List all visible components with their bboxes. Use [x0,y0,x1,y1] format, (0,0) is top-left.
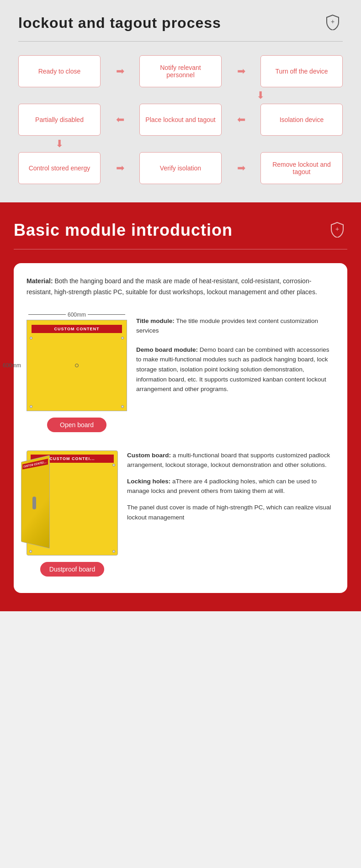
board1-side-dim: 600mm [3,362,21,369]
material-text-content: Both the hanging board and the mask are … [27,277,317,296]
section-divider [18,41,343,42]
dustproof-board-wrap: CUSTOM CONTEI... CUSTOM CONTEI... Dustpr… [27,450,118,577]
corner-dot-br [121,405,124,408]
spacer-2 [101,87,119,104]
spacer-5 [101,136,119,152]
arrow-right-3: ➡ [111,162,129,174]
flow-cell-ready-to-close: Ready to close [18,55,101,87]
dim-line-left [28,314,66,315]
arrow-left-2: ⬅ [232,114,250,126]
spacer-3 [119,87,201,104]
title-module-desc: Title module: The title module provides … [136,316,334,336]
spacer-row-1: ⬇ [18,87,343,104]
dustproof-dot-bl [29,550,32,553]
dustproof-handle [32,497,36,509]
dustproof-outer: CUSTOM CONTEI... CUSTOM CONTEI... [27,450,118,556]
center-dot [75,364,79,367]
arrow-right-2: ➡ [232,65,250,77]
flow-box-control: Control stored energy [18,152,101,184]
title-module-label: Title module: [136,318,175,324]
flow-box-isolation: Isolation device [260,104,343,136]
spacer-6 [119,136,201,152]
flow-cell-partially: Partially disabled [18,104,101,136]
open-board-button[interactable]: Open board [47,418,106,432]
corner-dot-tr [121,337,124,339]
flow-box-turn-off: Turn off the device [260,55,343,87]
svg-text:+: + [335,225,339,233]
flow-row-5: Control stored energy ➡ Verify isolation… [18,152,343,184]
board1-outer: CUSTOM CONTENT [27,320,127,411]
demo-board-desc: Demo board module: Demo board can be com… [136,345,334,394]
flow-cell-control: Control stored energy [18,152,101,184]
section2-divider [14,249,347,249]
flow-cell-verify: Verify isolation [139,152,222,184]
dustproof-board-button[interactable]: Dustproof board [40,562,104,577]
flow-cell-turn-off: Turn off the device [260,55,343,87]
arrow-right-1: ➡ [111,65,129,77]
dustproof-dot-br [112,550,115,553]
flow-cell-remove: Remove lockout and tagout [260,152,343,184]
demo-board-label: Demo board module: [136,346,198,353]
flow-cell-isolation: Isolation device [260,104,343,136]
locking-holes-desc: Locking holes: aThere are 4 padlocking h… [127,476,334,496]
board1-info: Title module: The title module provides … [136,312,334,403]
dustproof-info: Custom board: a multi-functional board t… [127,450,334,529]
section-basic-module: Basic module introduction + Material: Bo… [0,202,361,611]
svg-text:+: + [331,18,334,25]
shield-icon: + [324,14,343,32]
flow-box-place-lockout: Place lockout and tagout [139,104,222,136]
arrow-right-4: ➡ [232,162,250,174]
title-row: lockout and tagout process + [18,14,343,32]
module-card: Material: Both the hanging board and the… [14,263,347,593]
flow-box-partially: Partially disabled [18,104,101,136]
section2-title: Basic module introduction [14,221,233,240]
corner-dot-tl [30,337,32,339]
locking-holes-label: Locking holes: [127,478,170,485]
material-description: Material: Both the hanging board and the… [27,276,334,298]
spacer-1 [18,87,101,104]
flow-box-ready-to-close: Ready to close [18,55,101,87]
dustproof-section: CUSTOM CONTEI... CUSTOM CONTEI... Dustpr… [27,450,334,577]
arrow-down-col5: ⬇ [256,90,265,101]
flow-row-1: Ready to close ➡ Notify relevant personn… [18,55,343,87]
spacer-8 [219,136,302,152]
board1-diagram-row: 600mm 600mm CUSTOM CONTENT [27,312,334,432]
spacer-4 [201,87,219,104]
panel-text: The panel dust cover is made of high-str… [127,503,334,522]
flow-cell-notify: Notify relevant personnel [139,55,222,87]
dustproof-dot-tr [112,464,115,466]
board1-red-header: CUSTOM CONTENT [32,325,122,333]
board1-dimension-top: 600mm [27,312,127,318]
open-board-section: 600mm 600mm CUSTOM CONTENT [27,312,334,432]
flow-row-3: Partially disabled ⬅ Place lockout and t… [18,104,343,136]
arrow-down-col1: ⬇ [18,136,101,152]
material-label: Material: [27,277,53,285]
flow-box-remove: Remove lockout and tagout [260,152,343,184]
board1-outer-wrap: 600mm CUSTOM CONTENT [27,320,127,411]
arrow-down-col1-icon: ⬇ [55,139,64,149]
spacer-7 [201,136,219,152]
flow-diagram: Ready to close ➡ Notify relevant personn… [18,55,343,184]
dustproof-red-header-door: CUSTOM CONTEI... [22,459,48,470]
section2-title-row: Basic module introduction + [14,221,347,240]
section-lockout: lockout and tagout process + Ready to cl… [0,0,361,202]
arrow-left-1: ⬅ [111,114,129,126]
flow-cell-place-lockout: Place lockout and tagout [139,104,222,136]
custom-board-label: Custom board: [127,452,171,459]
shield-icon-2: + [329,221,347,239]
flow-box-notify: Notify relevant personnel [139,55,222,87]
arrow-down-right: ⬇ [219,87,302,104]
page-title: lockout and tagout process [18,15,221,32]
dim-line-right [88,314,125,315]
custom-board-desc: Custom board: a multi-functional board t… [127,450,334,470]
flow-box-verify: Verify isolation [139,152,222,184]
corner-dot-bl [30,405,32,408]
board1-diagram: 600mm 600mm CUSTOM CONTENT [27,312,127,432]
spacer-row-2: ⬇ [18,136,343,152]
board1-dim-label: 600mm [68,312,86,318]
